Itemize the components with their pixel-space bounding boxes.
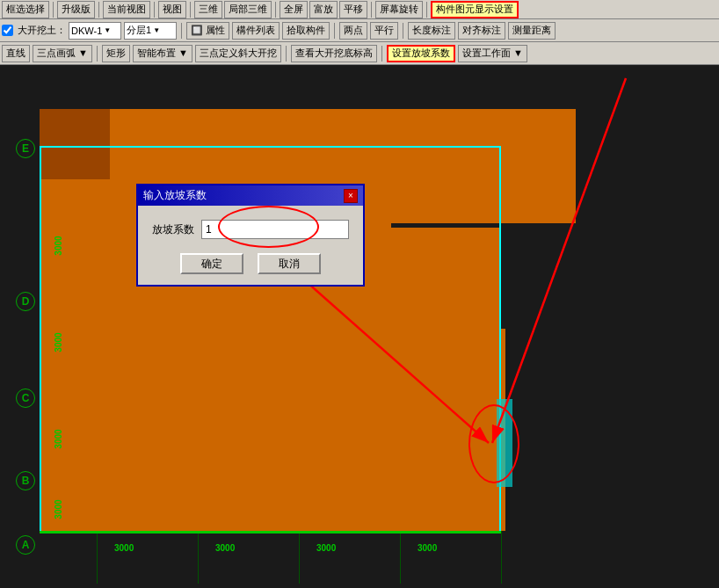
brown-area-topleft: [40, 109, 110, 179]
sep13: [381, 46, 382, 62]
row-label-a: A: [16, 535, 35, 555]
tb1-current-view[interactable]: 当前视图: [103, 1, 150, 18]
dim-label-b-a: 3000: [54, 499, 63, 519]
dialog-slope-input[interactable]: 输入放坡系数 × 放坡系数 确定 取消: [136, 184, 365, 287]
tb3-line[interactable]: 直线: [2, 45, 30, 62]
layer-dropdown[interactable]: 分层1▼: [124, 22, 177, 40]
dim-label-bot-1: 3000: [114, 543, 134, 553]
row-label-b: B: [16, 471, 35, 490]
tb1-upgrade[interactable]: 升级版: [57, 1, 95, 18]
tb1-pan[interactable]: 平移: [339, 1, 367, 18]
sep5: [275, 2, 276, 18]
tb3-set-slope[interactable]: 设置放坡系数: [387, 45, 455, 62]
tb1-component-display[interactable]: 构件图元显示设置: [431, 1, 519, 18]
tb3-set-workspace[interactable]: 设置工作面 ▼: [458, 45, 527, 62]
tb2-align-mark[interactable]: 对齐标注: [458, 22, 505, 40]
sep7: [426, 2, 427, 18]
sep10: [403, 23, 403, 39]
sep6: [371, 2, 372, 18]
tb1-3d[interactable]: 三维: [194, 1, 222, 18]
excavation-checkbox[interactable]: [2, 25, 13, 36]
tb1-zoom[interactable]: 富放: [309, 1, 338, 18]
orange-area-lower: [40, 329, 505, 531]
green-bottom-line: [40, 531, 501, 534]
tb2-property[interactable]: 🔲 属性: [186, 22, 229, 40]
tb3-arc[interactable]: 三点画弧 ▼: [33, 45, 92, 62]
dialog-cancel-button[interactable]: 取消: [258, 253, 321, 274]
tb2-measure[interactable]: 测量距离: [508, 22, 556, 40]
dim-label-c-b: 3000: [54, 429, 63, 448]
dim-label-e-d: 3000: [54, 236, 63, 255]
tb3-view-height[interactable]: 查看大开挖底标高: [291, 45, 377, 62]
tb3-smart[interactable]: 智能布置 ▼: [133, 45, 192, 62]
tb1-frame-select[interactable]: 框选选择: [2, 1, 49, 18]
dialog-body: 放坡系数 确定 取消: [138, 206, 363, 285]
sep9: [334, 23, 335, 39]
sep8: [181, 23, 182, 39]
grid-v-2: [198, 531, 199, 584]
dialog-titlebar: 输入放坡系数 ×: [138, 185, 363, 206]
sep4: [190, 2, 191, 18]
toolbar-row-1: 框选选择 升级版 当前视图 视图 三维 局部三维 全屏 富放 平移 屏幕旋转 构…: [0, 0, 719, 19]
row-label-c: C: [16, 388, 35, 408]
cyan-shape-right: [497, 399, 512, 487]
tb2-two-point[interactable]: 两点: [339, 22, 367, 40]
dialog-buttons: 确定 取消: [152, 253, 349, 274]
dialog-title: 输入放坡系数: [143, 188, 207, 203]
toolbar-row-3: 直线 三点画弧 ▼ 矩形 智能布置 ▼ 三点定义斜大开挖 查看大开挖底标高 设置…: [0, 42, 719, 65]
grid-v-3: [299, 531, 300, 584]
sep12: [286, 46, 287, 62]
dialog-close-button[interactable]: ×: [344, 189, 358, 203]
excavation-label: 大开挖土：: [18, 24, 66, 37]
tb3-slope-define[interactable]: 三点定义斜大开挖: [195, 45, 281, 62]
dialog-field-label: 放坡系数: [152, 222, 194, 237]
tb1-view[interactable]: 视图: [158, 1, 186, 18]
dialog-ok-button[interactable]: 确定: [180, 253, 243, 274]
dim-label-d-c: 3000: [54, 332, 63, 352]
dim-label-bot-3: 3000: [316, 543, 336, 553]
row-label-d: D: [16, 292, 35, 311]
tb1-fullscreen[interactable]: 全屏: [280, 1, 308, 18]
row-label-e: E: [16, 139, 35, 158]
sep2: [98, 2, 99, 18]
tb1-local3d[interactable]: 局部三维: [224, 1, 272, 18]
orange-area-3: [387, 228, 501, 329]
dialog-slope-field[interactable]: [201, 220, 349, 239]
tb1-rotate[interactable]: 屏幕旋转: [375, 1, 423, 18]
grid-v-4: [400, 531, 401, 584]
tb2-length-mark[interactable]: 长度标注: [408, 22, 455, 40]
toolbar-row-2: 大开挖土： DKW-1▼ 分层1▼ 🔲 属性 構件列表 拾取构件 两点 平行 长…: [0, 19, 719, 42]
sep3: [154, 2, 155, 18]
grid-v-5: [501, 531, 502, 584]
orange-area-2: [387, 109, 576, 223]
grid-v-1: [97, 531, 98, 584]
tb2-pick[interactable]: 拾取构件: [282, 22, 330, 40]
dark-area-topright: [578, 109, 719, 285]
dim-label-bot-4: 3000: [418, 543, 437, 553]
sep1: [53, 2, 54, 18]
sep11: [97, 46, 98, 62]
tb3-rect[interactable]: 矩形: [102, 45, 130, 62]
dim-label-bot-2: 3000: [215, 543, 235, 553]
tb2-component-list[interactable]: 構件列表: [232, 22, 280, 40]
tb2-parallel[interactable]: 平行: [370, 22, 398, 40]
cad-canvas-area: 3000 3000 3000 3000 3000 3000 3000 3000 …: [0, 65, 719, 588]
excavation-dropdown[interactable]: DKW-1▼: [69, 22, 121, 40]
dialog-field-row: 放坡系数: [152, 220, 349, 239]
